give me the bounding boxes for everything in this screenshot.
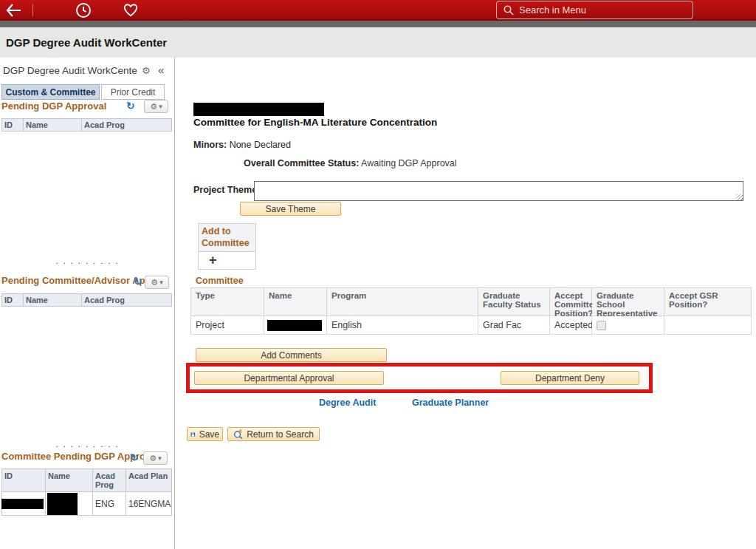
favorites-heart-icon[interactable] (123, 2, 139, 18)
add-to-committee-header: Add to Committee (198, 223, 256, 252)
floppy-disk-icon (190, 430, 196, 439)
pagelet-resize-handle[interactable]: . . . . . . . . . (0, 441, 175, 447)
redacted-name (47, 493, 78, 515)
committee-grid-header: Type Name Program Graduate Faculty Statu… (190, 287, 752, 316)
search-placeholder: Search in Menu (519, 4, 586, 16)
overall-status-label: Overall Committee Status: (244, 158, 359, 168)
column-header-name: Name (264, 287, 327, 316)
column-header-id: ID (1, 468, 46, 492)
menu-search-box[interactable]: Search in Menu (496, 1, 693, 19)
column-header-grad-faculty-status: Graduate Faculty Status (478, 287, 550, 316)
column-header-id: ID (1, 118, 24, 132)
column-header-acad-prog: Acad Prog (82, 293, 172, 307)
committee-page-title: Committee for English-MA Literature Conc… (193, 117, 437, 128)
committee-pending-dgp-grid: ID Name Acad Prog Acad Plan ENG 16ENGMA (1, 468, 172, 516)
column-header-name: Name (24, 118, 82, 132)
minors-line: Minors: None Declared (193, 140, 291, 150)
redacted-member-name (267, 320, 322, 331)
column-header-id: ID (1, 293, 24, 307)
committee-grid: Type Name Program Graduate Faculty Statu… (190, 287, 752, 335)
header-divider-strip (0, 21, 756, 27)
grad-school-rep-cell (592, 316, 664, 335)
departmental-approval-button[interactable]: Departmental Approval (194, 371, 384, 385)
name-cell (264, 316, 327, 335)
refresh-icon[interactable]: ↻ (130, 451, 139, 463)
project-theme-label: Project Theme (193, 185, 257, 195)
save-button[interactable]: Save (187, 427, 223, 441)
acad-plan-cell: 16ENGMA (126, 492, 172, 516)
return-to-search-button[interactable]: Return to Search (227, 427, 320, 441)
search-icon (504, 5, 514, 16)
column-header-type: Type (190, 287, 264, 316)
tab-custom-and-committee[interactable]: Custom & Committee (1, 84, 100, 100)
recent-items-clock-icon[interactable] (75, 2, 92, 18)
redacted-id (1, 499, 44, 509)
table-row[interactable]: Project English Grad Fac Accepted (190, 316, 752, 335)
grid-settings-dropdown[interactable]: ⚙▾ (145, 276, 169, 289)
refresh-icon[interactable]: ↻ (126, 100, 135, 112)
accept-gsr-cell (664, 316, 752, 335)
save-theme-button[interactable]: Save Theme (240, 202, 341, 216)
tab-prior-credit[interactable]: Prior Credit (101, 84, 165, 100)
grid-settings-dropdown[interactable]: ⚙▾ (144, 100, 168, 113)
column-header-accept-gsr: Accept GSR Position? (664, 287, 752, 316)
section-title-pending-committee-advisor: Pending Committee/Advisor Appr (1, 275, 155, 286)
degree-audit-link[interactable]: Degree Audit (319, 398, 376, 408)
caret-down-icon: ▾ (159, 279, 163, 286)
overall-status-line: Overall Committee Status: Awaiting DGP A… (244, 158, 457, 168)
sidebar-collapse-icon[interactable]: « (158, 64, 164, 76)
caret-down-icon: ▾ (158, 454, 162, 462)
column-header-program: Program (327, 287, 478, 316)
add-row-button[interactable]: + (198, 252, 256, 270)
column-header-acad-prog: Acad Prog (82, 118, 172, 132)
dgp-workcenter-screen: Search in Menu DGP Degree Audit WorkCent… (0, 0, 756, 549)
page-title: DGP Degree Audit WorkCenter (6, 27, 167, 58)
program-cell: English (327, 316, 478, 335)
column-header-grad-school-rep: Graduate School Representative (592, 287, 664, 316)
redacted-student-name (193, 103, 324, 116)
gear-icon: ⚙ (149, 454, 157, 463)
column-header-acad-prog: Acad Prog (93, 468, 126, 492)
committee-grid-title: Committee (196, 276, 244, 286)
grid-settings-dropdown[interactable]: ⚙▾ (143, 451, 168, 465)
minors-label: Minors: (193, 140, 227, 150)
graduate-planner-link[interactable]: Graduate Planner (412, 398, 489, 408)
column-header-acad-plan: Acad Plan (126, 468, 172, 492)
pagelet-resize-handle[interactable]: . . . . . . . . . (0, 258, 175, 264)
refresh-icon[interactable]: ↻ (134, 276, 142, 287)
add-to-committee-grid: Add to Committee + (198, 223, 256, 270)
minors-value: None Declared (230, 140, 291, 150)
top-navigation-bar: Search in Menu (0, 0, 756, 21)
student-id-cell (1, 492, 46, 516)
overall-status-value: Awaiting DGP Approval (361, 158, 456, 168)
section-title-pending-dgp-approval: Pending DGP Approval (1, 100, 106, 112)
caret-down-icon: ▾ (159, 103, 162, 110)
acad-prog-cell: ENG (93, 492, 126, 516)
topbar-divider (32, 4, 33, 16)
column-header-accept-committee: Accept Committee Position? (550, 287, 592, 316)
page-header: DGP Degree Audit WorkCenter (0, 27, 756, 58)
pending-dgp-approval-grid: ID Name Acad Prog (1, 118, 172, 132)
accept-committee-cell: Accepted (550, 316, 592, 335)
gear-icon: ⚙ (150, 102, 157, 112)
return-to-search-label: Return to Search (247, 429, 314, 440)
gsr-checkbox[interactable] (597, 321, 606, 330)
project-theme-input[interactable] (254, 181, 743, 201)
department-deny-button[interactable]: Department Deny (501, 371, 639, 385)
back-icon[interactable] (6, 4, 21, 17)
sidebar-gear-icon[interactable]: ⚙ (142, 65, 151, 76)
type-cell: Project (190, 316, 264, 335)
column-header-name: Name (24, 293, 82, 307)
column-header-name: Name (46, 468, 93, 492)
plus-icon: + (209, 253, 217, 268)
grad-faculty-status-cell: Grad Fac (478, 316, 550, 335)
pending-committee-advisor-grid: ID Name Acad Prog (1, 293, 172, 307)
gear-icon: ⚙ (151, 278, 158, 287)
return-to-search-icon (233, 429, 243, 439)
sidebar-pagelet-title: DGP Degree Audit WorkCente (3, 65, 137, 76)
add-comments-button[interactable]: Add Comments (196, 348, 387, 362)
student-name-cell (46, 492, 93, 516)
table-row[interactable]: ENG 16ENGMA (1, 492, 172, 516)
save-button-label: Save (199, 429, 219, 440)
